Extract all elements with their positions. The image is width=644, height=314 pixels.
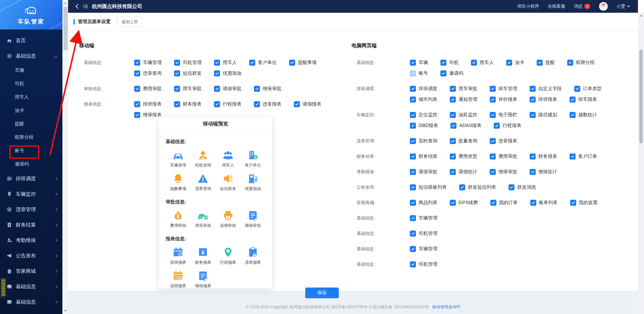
checkbox-checked-icon[interactable] [410, 97, 416, 103]
menu-option[interactable]: 财务报表 [530, 153, 557, 160]
menu-option[interactable]: 路径规划 [530, 112, 557, 118]
menu-option[interactable]: 定位监控 [410, 112, 437, 118]
sidebar-scrollbar-thumb[interactable] [63, 7, 68, 50]
checkbox-checked-icon[interactable] [174, 86, 180, 92]
menu-option[interactable]: 财务结算 [410, 153, 437, 160]
menu-option[interactable]: 用车审批 [450, 86, 477, 92]
sidebar-item-basic-info[interactable]: 基础信息 [0, 48, 62, 64]
back-to-parent-button[interactable]: 返回上层 [117, 17, 143, 27]
menu-option[interactable]: 订单类型 [574, 86, 602, 92]
sidebar-item-permission-group[interactable]: 权限分组 [0, 131, 62, 144]
checkbox-checked-icon[interactable] [508, 184, 515, 190]
menu-option[interactable]: 评价报表 [490, 97, 517, 103]
checkbox-checked-icon[interactable] [254, 86, 260, 92]
menu-option[interactable]: 我的订单 [490, 200, 518, 206]
sidebar-item-dispatch[interactable]: 排班调度 [0, 171, 62, 186]
checkbox-checked-icon[interactable] [490, 86, 496, 92]
checkbox-checked-icon[interactable] [254, 101, 260, 107]
checkbox-checked-icon[interactable] [289, 60, 295, 66]
menu-option[interactable]: 司机管理 [174, 60, 202, 66]
menu-option[interactable]: 行程报表 [214, 101, 241, 107]
menu-option[interactable]: 群发短信列表 [459, 184, 496, 190]
checkbox-checked-icon[interactable] [214, 86, 220, 92]
checkbox-checked-icon[interactable] [570, 200, 576, 206]
checkbox-checked-icon[interactable] [450, 86, 456, 92]
menu-option[interactable]: 电子围栏 [490, 112, 517, 118]
sidebar-scrollbar[interactable] [62, 0, 68, 314]
menu-option[interactable]: 班车报表 [570, 97, 597, 103]
checkbox-checked-icon[interactable] [134, 101, 140, 107]
checkbox-checked-icon[interactable] [450, 123, 457, 129]
menu-option[interactable]: 权限分组 [567, 60, 595, 66]
messages-link[interactable]: 消息 2 [574, 3, 590, 9]
menu-option[interactable]: 趟数统计 [570, 112, 597, 118]
checkbox-checked-icon[interactable] [490, 169, 496, 175]
menu-option[interactable]: 财务报表 [174, 101, 202, 107]
checkbox-checked-icon[interactable] [249, 60, 255, 66]
menu-option[interactable]: 城市列表 [410, 97, 437, 103]
menu-option[interactable]: 排班调度 [410, 86, 437, 92]
sidebar-item-invite-code[interactable]: 邀请码 [0, 158, 62, 171]
menu-option[interactable]: 费用审批 [134, 86, 162, 92]
sidebar-item-vehicle[interactable]: 车辆 [0, 64, 62, 77]
checkbox-checked-icon[interactable] [410, 86, 416, 92]
checkbox-checked-icon[interactable] [440, 70, 446, 76]
checkbox-checked-icon[interactable] [410, 169, 416, 175]
menu-option[interactable]: 油卡 [506, 60, 524, 66]
menu-option[interactable]: 班车管理 [490, 86, 517, 92]
menu-option[interactable]: 账单列表 [530, 200, 558, 206]
preview-item[interactable]: 请假审批 [216, 210, 240, 229]
menu-option[interactable]: 提醒事项 [289, 60, 317, 66]
menu-option[interactable]: 客户订单 [570, 153, 597, 160]
checkbox-checked-icon[interactable] [134, 70, 140, 76]
menu-option[interactable]: 自定义字段 [530, 86, 562, 92]
menu-option[interactable]: OBD报表 [410, 123, 438, 129]
checkbox-checked-icon[interactable] [570, 153, 576, 160]
checkbox-checked-icon[interactable] [450, 138, 456, 144]
menu-option[interactable]: 邀请码 [440, 70, 463, 76]
save-button[interactable]: 保存 [305, 288, 339, 298]
checkbox-checked-icon[interactable] [174, 101, 180, 107]
menu-option[interactable]: 车辆管理 [134, 60, 162, 66]
checkbox-checked-icon[interactable] [459, 184, 465, 190]
menu-option[interactable]: 优惠加油 [214, 70, 241, 76]
sidebar-item-finance[interactable]: 财务结算 [0, 217, 62, 233]
sidebar-item-account[interactable]: 账号 [0, 144, 62, 158]
checkbox-checked-icon[interactable] [410, 200, 416, 206]
preview-item[interactable]: 司机管理 [191, 149, 215, 168]
preview-item[interactable]: 提醒事项 [166, 173, 191, 192]
checkbox-checked-icon[interactable] [574, 86, 580, 92]
scroll-down-icon[interactable] [64, 310, 67, 312]
menu-option[interactable]: 客户单位 [249, 60, 277, 66]
checkbox-checked-icon[interactable] [506, 60, 512, 66]
sidebar-item-attendance-maintenance[interactable]: 考勤维保 [0, 233, 62, 248]
menu-option[interactable]: 违章报表 [254, 101, 281, 107]
checkbox-checked-icon[interactable] [570, 97, 576, 103]
menu-option[interactable]: 车辆管理 [410, 246, 437, 252]
menu-option[interactable]: ADAS报表 [450, 123, 481, 129]
online-service-link[interactable]: 在线客服 [548, 3, 565, 9]
menu-option[interactable]: 车辆 [410, 60, 428, 66]
mini-program-link[interactable]: 用车小程序 [517, 3, 539, 9]
checkbox-checked-icon[interactable] [410, 246, 416, 252]
preview-item[interactable]: 行程报表 [216, 247, 240, 265]
sidebar-item-reminder[interactable]: 提醒 [0, 117, 62, 131]
checkbox-checked-icon[interactable] [174, 70, 180, 76]
checkbox-checked-icon[interactable] [410, 138, 416, 144]
checkbox-checked-icon[interactable] [410, 123, 416, 129]
menu-option[interactable]: 维保报表 [134, 112, 162, 118]
checkbox-checked-icon[interactable] [494, 123, 500, 129]
menu-option[interactable]: 用车人 [214, 60, 237, 66]
checkbox-checked-icon[interactable] [567, 60, 573, 66]
checkbox-checked-icon[interactable] [490, 153, 496, 160]
preview-item[interactable]: 短信群发 [216, 173, 240, 192]
menu-option[interactable]: 提醒 [537, 60, 555, 66]
checkbox-checked-icon[interactable] [174, 60, 180, 66]
checkbox-checked-icon[interactable] [471, 60, 477, 66]
sidebar-item-announcement[interactable]: 公告发布 [0, 248, 62, 263]
preview-item[interactable]: 排班报表 [166, 247, 191, 265]
checkbox-checked-icon[interactable] [450, 200, 456, 206]
menu-option[interactable]: 商品列表 [410, 200, 437, 206]
sidebar-item-home[interactable]: 首页 [0, 33, 62, 48]
sidebar-item-violation[interactable]: 违章管理 [0, 202, 62, 217]
